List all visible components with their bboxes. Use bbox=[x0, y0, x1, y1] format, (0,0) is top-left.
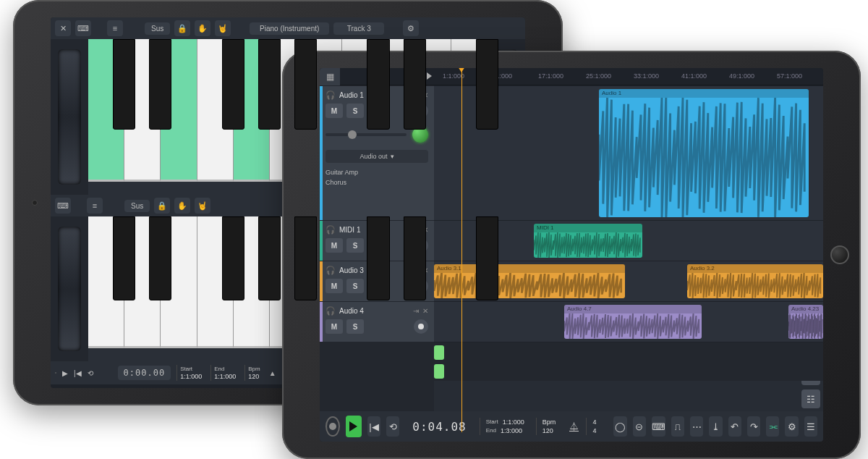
hand-icon[interactable]: ✋ bbox=[195, 20, 210, 36]
bpm-group[interactable]: Bpm 120 bbox=[536, 418, 562, 435]
record-button[interactable] bbox=[326, 416, 340, 437]
piano-black-key[interactable] bbox=[294, 39, 317, 130]
timeline-ruler[interactable]: ▦ 1:1:0009:1:00017:1:00025:1:00033:1:000… bbox=[320, 68, 823, 85]
close-track-icon[interactable]: ✕ bbox=[422, 307, 428, 315]
track-header[interactable]: 🎧Audio 4⇥✕MS bbox=[320, 301, 434, 342]
clip[interactable]: Audio 4.23 bbox=[788, 305, 823, 339]
record-button[interactable] bbox=[55, 372, 56, 374]
piano-black-key[interactable] bbox=[222, 39, 244, 130]
ipad-home-button[interactable] bbox=[830, 245, 849, 264]
piano-icon[interactable]: ⌨ bbox=[652, 416, 665, 437]
instrument-selector[interactable]: Piano (Instrument) bbox=[250, 22, 329, 35]
piano-black-key[interactable] bbox=[476, 216, 498, 300]
mute-button[interactable]: M bbox=[326, 319, 343, 334]
piano-black-key[interactable] bbox=[258, 39, 281, 130]
mixer-faders-icon[interactable]: ⎍ bbox=[671, 416, 684, 437]
disk-icon[interactable]: ⊝ bbox=[633, 416, 646, 437]
redo-icon[interactable]: ↷ bbox=[747, 416, 760, 437]
sliders-icon[interactable]: ≡ bbox=[87, 198, 103, 214]
solo-button[interactable]: S bbox=[346, 279, 364, 293]
track-selector[interactable]: Track 3 bbox=[333, 22, 384, 35]
add-clip-handle[interactable] bbox=[434, 364, 444, 379]
locator-end[interactable]: End1:1:000 bbox=[210, 365, 239, 381]
loop-button[interactable]: ⟲ bbox=[386, 416, 399, 437]
piano-black-key[interactable] bbox=[258, 216, 281, 300]
close-icon[interactable]: ✕ bbox=[55, 20, 71, 36]
add-clip-handle[interactable] bbox=[434, 345, 444, 360]
track-color-accent bbox=[320, 302, 323, 342]
metronome-icon[interactable]: ▲ bbox=[269, 369, 276, 377]
metronome-icon[interactable]: ⏅ bbox=[567, 416, 580, 437]
piano-black-key[interactable] bbox=[404, 216, 426, 300]
clip-label: MIDI 1 bbox=[534, 224, 642, 232]
time-signature[interactable]: 4 4 bbox=[586, 418, 602, 435]
sustain-button[interactable]: Sus bbox=[145, 22, 170, 35]
play-button[interactable] bbox=[346, 416, 362, 437]
lock-icon[interactable]: 🔒 bbox=[154, 198, 170, 214]
sustain-button[interactable]: Sus bbox=[124, 200, 150, 212]
mute-button[interactable]: M bbox=[326, 238, 343, 253]
loop-button[interactable]: ⟲ bbox=[88, 369, 93, 377]
mixer-icon[interactable]: ☷ bbox=[801, 389, 820, 408]
piano-black-key[interactable] bbox=[476, 39, 498, 130]
mute-button[interactable]: M bbox=[326, 104, 343, 118]
add-track-lane[interactable] bbox=[434, 342, 823, 381]
skip-start-button[interactable]: |◀ bbox=[74, 369, 82, 377]
solo-button[interactable]: S bbox=[346, 238, 364, 253]
locator-group[interactable]: Start1:1:000 End1:3:000 bbox=[480, 418, 530, 435]
automation-icon[interactable]: ◯ bbox=[613, 416, 626, 437]
piano-black-key[interactable] bbox=[149, 216, 171, 300]
piano-black-key[interactable] bbox=[404, 39, 426, 130]
clip[interactable]: Audio 3.2 bbox=[687, 264, 823, 298]
rock-hand-icon[interactable]: 🤘 bbox=[215, 20, 231, 36]
clip[interactable]: Audio 3.1 bbox=[434, 264, 625, 298]
clip[interactable]: MIDI 1 bbox=[534, 224, 642, 258]
share-icon[interactable]: ⫘ bbox=[766, 416, 779, 437]
grid-icon[interactable]: ▦ bbox=[320, 68, 340, 85]
skip-start-button[interactable]: |◀ bbox=[367, 416, 380, 437]
keyboard-mode-icon[interactable]: ⌨ bbox=[75, 20, 91, 36]
piano-black-key[interactable] bbox=[367, 39, 389, 130]
collapse-icon[interactable]: ⇥ bbox=[413, 307, 419, 315]
rock-hand-icon[interactable]: 🤘 bbox=[195, 198, 210, 214]
piano-black-key[interactable] bbox=[294, 216, 317, 300]
bpm-field[interactable]: Bpm120 bbox=[244, 365, 263, 381]
arm-record-button[interactable] bbox=[414, 319, 428, 334]
output-selector[interactable]: Audio out ▾ bbox=[326, 150, 428, 163]
locator-start[interactable]: Start1:1:000 bbox=[176, 365, 205, 381]
solo-button[interactable]: S bbox=[346, 319, 364, 334]
headphones-icon[interactable]: 🎧 bbox=[326, 90, 336, 100]
playhead[interactable] bbox=[461, 68, 462, 432]
hand-icon[interactable]: ✋ bbox=[174, 198, 190, 214]
lock-icon[interactable]: 🔒 bbox=[174, 20, 190, 36]
headphones-icon[interactable]: 🎧 bbox=[326, 266, 336, 275]
solo-button[interactable]: S bbox=[346, 104, 364, 118]
fx-insert[interactable]: Guitar Amp bbox=[326, 167, 428, 177]
sliders-icon[interactable]: ≡ bbox=[107, 20, 123, 36]
menu-icon[interactable]: ☰ bbox=[804, 416, 817, 437]
piano-black-key[interactable] bbox=[222, 216, 244, 300]
undo-icon[interactable]: ↶ bbox=[728, 416, 741, 437]
headphones-icon[interactable]: 🎧 bbox=[326, 306, 336, 316]
piano-black-key[interactable] bbox=[113, 39, 135, 130]
piano-black-key[interactable] bbox=[367, 216, 389, 300]
fx-insert-list[interactable]: Guitar AmpChorus bbox=[326, 167, 428, 188]
pitch-wheel-left[interactable] bbox=[51, 39, 88, 195]
fx-insert[interactable]: Chorus bbox=[326, 177, 428, 188]
export-icon[interactable]: ⤓ bbox=[709, 416, 722, 437]
gear-icon[interactable]: ⚙ bbox=[785, 416, 798, 437]
headphones-icon[interactable]: 🎧 bbox=[326, 225, 336, 235]
volume-slider[interactable] bbox=[326, 133, 407, 136]
track-lane[interactable]: Audio 4.7Audio 4.23 bbox=[434, 301, 823, 342]
more-icon[interactable]: ⋯ bbox=[690, 416, 703, 437]
gear-icon[interactable]: ⚙ bbox=[403, 20, 419, 36]
keyboard-mode-icon[interactable]: ⌨ bbox=[55, 198, 71, 214]
piano-black-key[interactable] bbox=[149, 39, 171, 130]
pitch-wheel-left[interactable] bbox=[51, 216, 88, 361]
piano-black-key[interactable] bbox=[113, 216, 135, 300]
clip[interactable]: Audio 4.7 bbox=[564, 305, 702, 339]
play-button[interactable]: ▶ bbox=[62, 369, 68, 377]
clip[interactable]: Audio 1 bbox=[599, 89, 809, 217]
track-name[interactable]: Audio 4 bbox=[339, 307, 409, 315]
mute-button[interactable]: M bbox=[326, 279, 343, 293]
